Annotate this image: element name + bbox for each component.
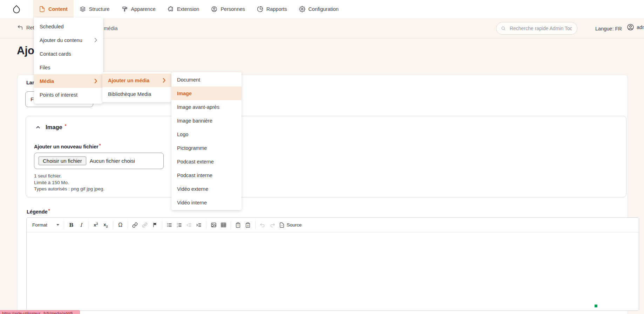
format-label: Format [32,222,47,228]
menu-item-label: Points of interest [40,92,77,98]
bulleted-list-icon [167,222,172,228]
superscript-button[interactable]: x2 [91,220,101,230]
format-dropdown[interactable]: Format [30,222,61,228]
chevron-right-icon [94,37,97,43]
choose-file-button[interactable]: Choisir un fichier [39,156,86,165]
menu-item-label: Podcast interne [177,173,212,178]
menu-item-label: Logo [177,132,188,137]
indent-button[interactable] [194,220,204,230]
menu-item-label: Média [40,78,54,84]
content-menu: Scheduled Ajouter du contenu Contact car… [34,18,103,104]
caret-down-icon [56,224,59,226]
italic-button[interactable]: I [76,220,86,230]
menu-item-label: Document [177,77,200,83]
menu-item-media[interactable]: Média [34,74,103,88]
admin-toolbar: Content Structure Apparence Extension Pe… [0,0,644,18]
toolbar-item-structure[interactable]: Structure [74,0,116,18]
numbered-list-button[interactable]: 12 [175,220,184,230]
menu-item-video-interne[interactable]: Vidéo interne [171,196,242,209]
help-line: Types autorisés : png gif jpg jpeg. [34,186,104,193]
menu-item-label: Vidéo interne [177,200,207,205]
anchor-button[interactable] [150,220,160,230]
redo-button[interactable] [268,220,277,230]
drupal-logo[interactable] [0,5,33,14]
link-icon [132,222,138,228]
subscript-icon: x2 [103,222,108,228]
menu-item-ajouter-du-contenu[interactable]: Ajouter du contenu [34,33,103,47]
caption-field-label: Légende* [27,209,50,215]
menu-item-label: Ajouter un média [108,78,149,83]
outdent-icon [186,222,192,228]
required-mark: * [65,124,67,128]
menu-item-bibliotheque-media[interactable]: Bibliothèque Media [102,87,171,101]
toolbar-separator [64,221,64,229]
search-input[interactable] [509,25,572,32]
image-fieldset-toggle[interactable]: Image * [35,124,66,131]
source-button[interactable]: <> Source [279,222,302,228]
insert-table-button[interactable] [219,220,228,230]
menu-item-image-banniere[interactable]: Image bannière [171,114,242,127]
toolbar-separator [128,221,128,229]
editor-content-area[interactable] [27,232,639,311]
user-menu[interactable]: adm [627,23,644,31]
paste-text-icon: T [235,222,241,228]
toolbar-item-label: Content [48,6,68,12]
menu-item-label: Image avant-après [177,104,219,110]
menu-item-logo[interactable]: Logo [171,127,242,141]
image-fieldset: Image * Ajouter un nouveau fichier* Choi… [26,116,626,197]
toolbar-item-rapports[interactable]: Rapports [251,0,293,18]
pie-chart-icon [257,6,263,12]
image-fieldset-title: Image [46,124,62,131]
breadcrumb-current: média [104,26,118,31]
toolbar-separator [206,221,206,229]
user-circle-icon [211,6,217,12]
menu-item-files[interactable]: Files [34,61,103,74]
chevron-right-icon [163,78,166,83]
menu-item-scheduled[interactable]: Scheduled [34,20,103,33]
paste-from-word-button[interactable]: W [243,220,253,230]
unlink-button[interactable] [140,220,150,230]
image-icon [211,222,217,228]
italic-icon: I [80,222,82,228]
paste-plain-text-button[interactable]: T [233,220,243,230]
toolbar-item-personnes[interactable]: Personnes [205,0,251,18]
toolbar-item-extension[interactable]: Extension [162,0,205,18]
menu-item-label: Bibliothèque Media [108,91,151,97]
outdent-button[interactable] [184,220,194,230]
admin-search[interactable] [496,22,577,35]
menu-item-points-of-interest[interactable]: Points of interest [34,88,103,102]
menu-item-image-avant-apres[interactable]: Image avant-après [171,100,242,114]
bold-button[interactable]: B [67,220,76,230]
menu-item-podcast-interne[interactable]: Podcast interne [171,168,242,182]
subscript-button[interactable]: x2 [101,220,110,230]
toolbar-item-apparence[interactable]: Apparence [116,0,162,18]
user-icon [627,23,634,31]
menu-item-video-externe[interactable]: Vidéo externe [171,182,242,196]
undo-button[interactable] [258,220,267,230]
menu-item-ajouter-un-media[interactable]: Ajouter un média [102,74,171,87]
resize-handle-artifact [595,305,597,307]
toolbar-item-configuration[interactable]: Configuration [293,0,345,18]
menu-item-label: Vidéo externe [177,186,208,192]
source-icon: <> [279,222,285,228]
numbered-list-icon: 12 [176,222,182,228]
source-label: Source [287,222,302,228]
menu-item-document[interactable]: Document [171,73,242,86]
menu-item-label: Image [177,91,192,96]
toolbar-item-label: Extension [177,6,199,12]
menu-item-contact-cards[interactable]: Contact cards [34,47,103,61]
link-button[interactable] [130,220,140,230]
menu-item-image[interactable]: Image [171,86,242,100]
superscript-icon: x2 [94,222,98,228]
file-upload-field[interactable]: Choisir un fichier Aucun fichier choisi [34,153,164,169]
special-character-button[interactable]: Ω [116,220,125,230]
toolbar-separator [162,221,162,229]
toolbar-item-content[interactable]: Content [33,0,74,18]
menu-item-podcast-externe[interactable]: Podcast externe [171,155,242,168]
insert-image-button[interactable] [209,220,218,230]
file-field-help: 1 seul fichier. Limité à 150 Mo. Types a… [34,173,104,193]
bulleted-list-button[interactable] [165,220,174,230]
menu-item-pictogramme[interactable]: Pictogramme [171,141,242,155]
menu-item-label: Image bannière [177,118,212,124]
omega-icon: Ω [118,222,122,228]
